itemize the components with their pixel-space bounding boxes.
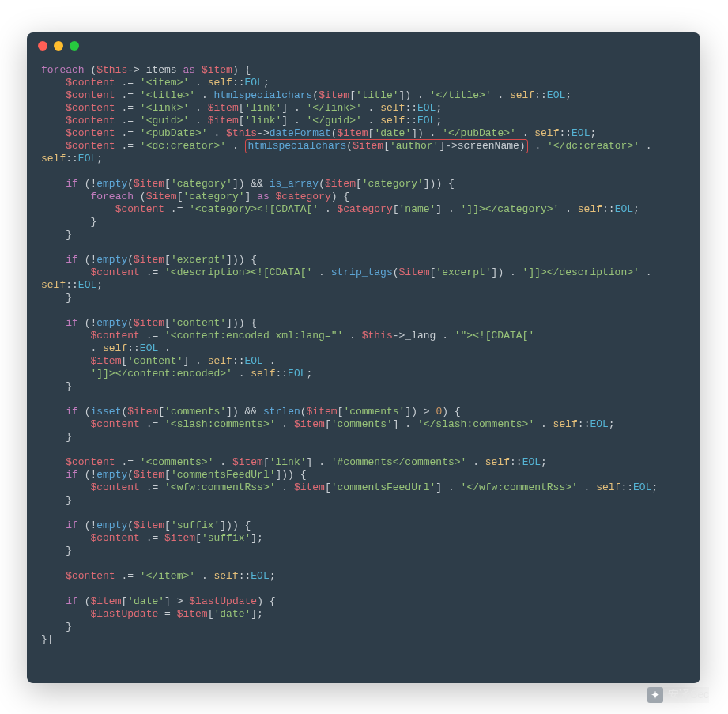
- close-icon[interactable]: [38, 41, 47, 51]
- window-titlebar: [27, 32, 700, 59]
- minimize-icon[interactable]: [54, 41, 63, 51]
- wechat-icon: ✦: [647, 687, 663, 703]
- zoom-icon[interactable]: [70, 41, 79, 51]
- watermark-label: 安译Sec: [668, 688, 709, 702]
- code-window: foreach ($this->_items as $item) { $cont…: [27, 32, 700, 683]
- watermark: ✦ 安译Sec: [647, 687, 709, 703]
- code-block: foreach ($this->_items as $item) { $cont…: [27, 59, 700, 657]
